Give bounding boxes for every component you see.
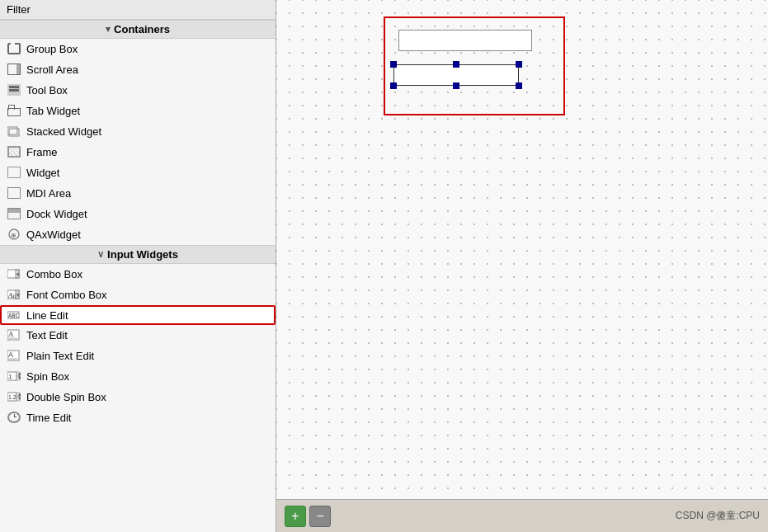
scroll-area-label: Scroll Area [26, 64, 78, 76]
widget-list[interactable]: ▾ Containers Group Box Scroll Area [0, 20, 276, 532]
widget-icon [7, 165, 21, 180]
containers-label: Containers [114, 23, 170, 35]
mdi-area-icon [7, 186, 21, 200]
svg-text:▼: ▼ [17, 375, 21, 380]
widget-label: Widget [26, 167, 59, 179]
resize-handle-bm[interactable] [453, 82, 459, 89]
remove-button[interactable]: − [309, 506, 331, 527]
canvas-bottom-bar: + − CSDN @傻童:CPU [276, 499, 768, 532]
sidebar-item-frame[interactable]: Frame [0, 142, 276, 162]
double-spin-box-label: Double Spin Box [26, 391, 106, 403]
frame-icon [7, 144, 21, 159]
left-panel: Filter ▾ Containers Group Box [0, 0, 276, 532]
resize-handle-tm[interactable] [453, 61, 459, 68]
resize-handle-tl[interactable] [390, 61, 397, 68]
input-widgets-label: Input Widgets [107, 248, 178, 261]
svg-text:A: A [8, 330, 14, 338]
svg-text:ABC: ABC [8, 313, 19, 319]
sidebar-item-widget[interactable]: Widget [0, 162, 276, 183]
sidebar-item-font-combo-box[interactable]: Aa ▾ Font Combo Box [0, 285, 276, 305]
font-combo-box-icon: Aa ▾ [7, 287, 21, 302]
mdi-area-label: MDI Area [26, 187, 71, 200]
scroll-area-icon [7, 62, 21, 77]
text-edit-label: Text Edit [26, 329, 68, 341]
text-edit-icon: A [7, 327, 21, 342]
sidebar-item-time-edit[interactable]: Time Edit [0, 407, 276, 428]
line-edit-icon: ABC [7, 308, 21, 322]
time-edit-label: Time Edit [26, 412, 71, 424]
group-box-icon [7, 41, 21, 56]
svg-text:1: 1 [8, 373, 12, 380]
font-combo-box-label: Font Combo Box [26, 289, 107, 301]
sidebar-item-scroll-area[interactable]: Scroll Area [0, 59, 276, 80]
group-box-label: Group Box [26, 43, 78, 55]
sidebar-item-tool-box[interactable]: Tool Box [0, 80, 276, 101]
tool-box-icon [7, 82, 21, 97]
canvas-line-edit-1[interactable] [398, 30, 532, 51]
resize-handle-ml[interactable] [390, 82, 397, 89]
svg-text:A: A [8, 351, 13, 359]
sidebar-item-text-edit[interactable]: A Text Edit [0, 325, 276, 346]
svg-text:⊕: ⊕ [11, 232, 16, 239]
containers-header[interactable]: ▾ Containers [0, 20, 276, 39]
stacked-widget-icon [7, 124, 21, 139]
input-widgets-header[interactable]: ∨ Input Widgets [0, 245, 276, 264]
tab-widget-icon [7, 103, 21, 118]
frame-label: Frame [26, 146, 58, 158]
stacked-widget-label: Stacked Widget [26, 125, 101, 138]
sidebar-item-qax-widget[interactable]: ⊕ QAxWidget [0, 224, 276, 245]
svg-text:1.2: 1.2 [8, 394, 16, 400]
sidebar-item-group-box[interactable]: Group Box [0, 39, 276, 59]
sidebar-item-tab-widget[interactable]: Tab Widget [0, 101, 276, 121]
resize-handle-tr[interactable] [516, 61, 522, 68]
sidebar-item-mdi-area[interactable]: MDI Area [0, 183, 276, 204]
sidebar-item-stacked-widget[interactable]: Stacked Widget [0, 121, 276, 142]
sidebar-item-line-edit[interactable]: ABC Line Edit [0, 305, 276, 325]
plain-text-edit-label: Plain Text Edit [26, 350, 94, 362]
svg-text:▾: ▾ [16, 271, 20, 277]
containers-toggle-icon: ▾ [106, 24, 111, 35]
sidebar-item-spin-box[interactable]: ▲ ▼ 1 Spin Box [0, 366, 276, 387]
svg-text:▼: ▼ [17, 396, 21, 401]
bottom-buttons: + − [285, 506, 331, 527]
time-edit-icon [7, 410, 21, 425]
sidebar-item-plain-text-edit[interactable]: A Plain Text Edit [0, 346, 276, 366]
spin-box-icon: ▲ ▼ 1 [7, 369, 21, 384]
dock-widget-label: Dock Widget [26, 208, 87, 220]
dock-widget-icon [7, 206, 21, 221]
resize-handle-mr[interactable] [516, 82, 522, 89]
sidebar-item-combo-box[interactable]: ▾ Combo Box [0, 264, 276, 285]
canvas-area[interactable]: + − CSDN @傻童:CPU [276, 0, 768, 532]
double-spin-box-icon: ▲ ▼ 1.2 [7, 389, 21, 404]
add-button[interactable]: + [285, 506, 306, 527]
filter-header: Filter [0, 0, 276, 20]
qax-widget-label: QAxWidget [26, 228, 81, 241]
plain-text-edit-icon: A [7, 348, 21, 363]
panel-content: ▾ Containers Group Box Scroll Area [0, 20, 276, 532]
selected-widget-container[interactable] [384, 16, 565, 115]
tool-box-label: Tool Box [26, 84, 68, 97]
sidebar-item-double-spin-box[interactable]: ▲ ▼ 1.2 Double Spin Box [0, 387, 276, 407]
combo-box-label: Combo Box [26, 268, 82, 280]
input-widgets-toggle-icon: ∨ [97, 249, 104, 260]
spin-box-label: Spin Box [26, 370, 69, 383]
sidebar-item-dock-widget[interactable]: Dock Widget [0, 204, 276, 224]
watermark-text: CSDN @傻童:CPU [676, 509, 760, 523]
line-edit-label: Line Edit [26, 309, 68, 322]
combo-box-icon: ▾ [7, 266, 21, 281]
tab-widget-label: Tab Widget [26, 105, 80, 117]
main-layout: Filter ▾ Containers Group Box [0, 0, 768, 532]
qax-widget-icon: ⊕ [7, 227, 21, 242]
filter-label: Filter [3, 2, 34, 17]
svg-text:▾: ▾ [16, 292, 20, 298]
